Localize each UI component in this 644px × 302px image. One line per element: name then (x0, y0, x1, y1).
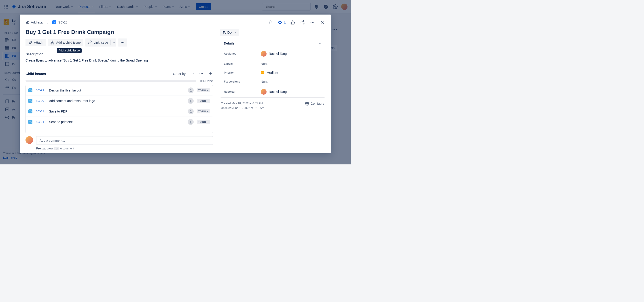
child-summary: Add content and restaurant logo (49, 99, 185, 103)
chevron-up-icon (318, 42, 321, 45)
lock-icon[interactable] (268, 20, 274, 25)
fix-versions-field[interactable]: Fix versions None (220, 77, 325, 86)
more-actions-icon[interactable] (310, 20, 315, 25)
svg-point-43 (314, 22, 314, 23)
priority-medium-icon (261, 71, 264, 74)
svg-rect-48 (53, 44, 54, 44)
close-icon[interactable] (319, 20, 325, 25)
child-key-link[interactable]: SC-30 (36, 99, 46, 102)
child-summary: Save to PDF (49, 110, 185, 113)
svg-point-37 (301, 22, 302, 23)
link-icon (88, 40, 92, 44)
svg-rect-34 (269, 22, 272, 24)
description-label: Description (26, 52, 213, 56)
child-issues-label: Child issues (26, 72, 46, 76)
child-issue-list: SC-29 Design the flyer layout TO DO SC-3… (26, 85, 213, 133)
watch-count: 1 (284, 20, 286, 24)
child-key-link[interactable]: SC-31 (36, 110, 46, 113)
chevron-down-icon (234, 31, 236, 34)
child-issue-row[interactable]: SC-29 Design the flyer layout TO DO (26, 85, 213, 96)
svg-rect-71 (30, 110, 30, 112)
svg-rect-66 (30, 100, 30, 101)
add-child-issue-button[interactable]: Add a child issue (48, 39, 84, 46)
svg-point-70 (190, 100, 192, 101)
svg-point-35 (280, 22, 280, 23)
svg-point-65 (190, 89, 192, 90)
child-status-chip[interactable]: TO DO (197, 110, 210, 114)
child-status-chip[interactable]: TO DO (197, 88, 210, 92)
unassigned-avatar[interactable] (188, 88, 194, 93)
svg-point-84 (306, 103, 308, 104)
add-epic-button[interactable]: Add epic (26, 20, 44, 24)
subtask-icon (28, 110, 32, 114)
unassigned-avatar[interactable] (188, 119, 194, 125)
child-status-chip[interactable]: TO DO (197, 120, 210, 124)
created-date: Created May 18, 2022 at 6:35 AM (221, 101, 264, 106)
svg-rect-72 (30, 112, 31, 112)
svg-point-36 (303, 20, 304, 22)
pro-tip-text: Pro tip: press M to comment (36, 147, 213, 150)
child-issue-icon (50, 40, 54, 44)
more-toolbar-icon[interactable] (118, 38, 127, 46)
svg-point-53 (121, 42, 122, 43)
svg-rect-62 (30, 90, 31, 91)
configure-button[interactable]: Configure (305, 101, 324, 106)
current-user-avatar (26, 136, 33, 144)
svg-point-80 (190, 120, 192, 122)
assignee-avatar (261, 51, 266, 56)
labels-field[interactable]: Labels None (220, 59, 325, 68)
svg-point-57 (201, 73, 202, 74)
share-icon[interactable] (300, 20, 306, 25)
assignee-field[interactable]: Assignee Rachel Tang (220, 48, 325, 59)
unassigned-avatar[interactable] (188, 98, 194, 104)
add-child-tooltip: Add a child issue (57, 48, 82, 53)
svg-point-38 (303, 23, 304, 24)
child-summary: Send to printers! (49, 120, 185, 124)
link-issue-button[interactable]: Link issue (85, 38, 116, 46)
add-child-icon[interactable] (208, 71, 213, 76)
eye-icon (278, 20, 282, 25)
description-text[interactable]: Create flyers to advertise "Buy 1 Get 1 … (26, 58, 213, 63)
svg-point-54 (122, 42, 123, 43)
svg-rect-82 (261, 72, 264, 73)
svg-point-58 (202, 73, 203, 74)
child-key-link[interactable]: SC-29 (36, 88, 46, 92)
subtask-icon (28, 120, 32, 124)
child-status-chip[interactable]: TO DO (197, 99, 210, 103)
svg-point-42 (312, 22, 313, 23)
svg-point-55 (124, 42, 124, 43)
chevron-down-icon (113, 41, 116, 44)
child-issue-row[interactable]: SC-31 Save to PDF TO DO (26, 106, 213, 117)
attach-button[interactable]: Attach (26, 39, 46, 46)
comment-input[interactable]: Add a comment... (36, 136, 213, 145)
svg-rect-47 (51, 44, 52, 44)
progress-bar (26, 80, 196, 82)
issue-title[interactable]: Buy 1 Get 1 Free Drink Campaign (26, 29, 213, 35)
svg-line-39 (302, 21, 303, 22)
like-icon[interactable] (290, 20, 296, 25)
child-more-icon[interactable] (199, 71, 204, 76)
reporter-field[interactable]: Reporter Rachel Tang (220, 86, 325, 97)
child-issue-row[interactable]: SC-30 Add content and restaurant logo TO… (26, 96, 213, 106)
child-issue-row[interactable]: SC-34 Send to printers! TO DO (26, 117, 213, 127)
chevron-down-icon (192, 72, 194, 75)
watch-button[interactable]: 1 (278, 20, 286, 25)
priority-field[interactable]: Priority Medium (220, 68, 325, 77)
details-panel: Details Assignee Rachel Tang Labels None… (220, 39, 325, 98)
subtask-icon (28, 88, 32, 92)
svg-point-41 (310, 22, 312, 23)
svg-rect-81 (261, 71, 264, 72)
reporter-avatar (261, 89, 266, 95)
details-toggle[interactable]: Details (220, 39, 325, 48)
svg-rect-76 (30, 121, 30, 122)
child-key-link[interactable]: SC-34 (36, 120, 46, 124)
svg-rect-67 (30, 101, 31, 102)
issue-key-link[interactable]: SC-28 (52, 20, 67, 24)
unassigned-avatar[interactable] (188, 108, 194, 114)
subtask-icon (28, 99, 32, 103)
svg-line-40 (302, 22, 303, 23)
status-dropdown[interactable]: To Do (220, 29, 239, 36)
issue-modal: Add epic / SC-28 1 Buy 1 Get 1 Free Drin… (20, 14, 331, 153)
order-by-dropdown[interactable]: Order by (173, 72, 194, 76)
attach-icon (28, 40, 32, 44)
